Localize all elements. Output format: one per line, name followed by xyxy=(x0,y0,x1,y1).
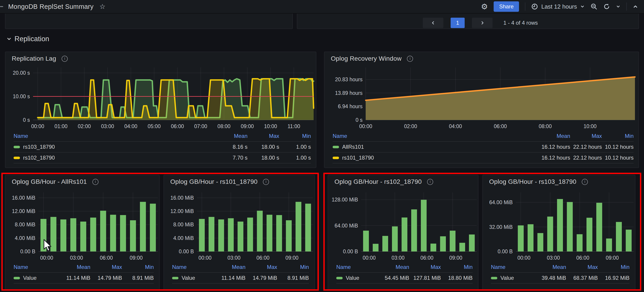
row-replication-toggle[interactable]: Replication xyxy=(6,35,49,43)
oplog-allrs101-chart[interactable]: 00:0003:0006:0009:000.00 B4.00 MiB8.00 M… xyxy=(6,189,159,261)
legend-header-mean[interactable]: Mean xyxy=(216,133,248,139)
series-swatch-icon xyxy=(14,157,20,159)
series-stat-value: 1.00 s xyxy=(279,154,311,161)
legend-row: rs103_187908.16 s18.00 s1.00 s xyxy=(14,142,311,152)
panel-title: Oplog GB/Hour - AllRs101 xyxy=(12,178,87,186)
replication-lag-chart[interactable]: 00:0001:0002:0003:0004:0005:0006:0007:00… xyxy=(6,65,316,130)
svg-text:06:00: 06:00 xyxy=(494,123,507,129)
legend-table: NameMeanMaxMinValue54.45 MiB127.81 MiB18… xyxy=(336,262,472,284)
series-name[interactable]: Value xyxy=(336,275,378,281)
panel-title: Oplog GB/Hour - rs101_18790 xyxy=(170,178,258,186)
grafana-dashboard: MongoDB ReplSet Summary ☆ ⚙ Share Last 1… xyxy=(0,0,644,292)
legend-header-min[interactable]: Min xyxy=(122,264,154,270)
legend-header-max[interactable]: Max xyxy=(409,264,441,270)
chevron-right-icon xyxy=(480,20,484,25)
legend-header-min[interactable]: Min xyxy=(277,264,309,270)
info-icon[interactable]: i xyxy=(62,56,68,62)
series-stat-value: 68.37 MiB xyxy=(566,275,598,281)
legend-header-mean[interactable]: Mean xyxy=(214,264,246,270)
panel-header[interactable]: Oplog GB/Hour - rs101_18790 i xyxy=(164,175,314,188)
legend-header: NameMeanMaxMin xyxy=(333,131,634,142)
series-name[interactable]: Value xyxy=(491,275,534,281)
page-1-button[interactable]: 1 xyxy=(450,18,465,28)
svg-text:10:00: 10:00 xyxy=(584,123,597,129)
svg-text:4.00 MiB: 4.00 MiB xyxy=(173,235,194,241)
legend-header-mean[interactable]: Mean xyxy=(378,264,409,270)
series-stat-value: 54.45 MiB xyxy=(378,275,409,281)
svg-text:06:00: 06:00 xyxy=(420,255,434,261)
menu-dash-icon[interactable] xyxy=(0,6,3,7)
svg-text:12.00 MiB: 12.00 MiB xyxy=(12,208,35,214)
share-button[interactable]: Share xyxy=(494,1,519,12)
panel-header[interactable]: Oplog GB/Hour - AllRs101 i xyxy=(6,175,159,188)
oplog-rs102-chart[interactable]: 00:0003:0006:0009:000.00 B64.00 MiB128.0… xyxy=(328,189,478,261)
svg-text:00:00: 00:00 xyxy=(198,255,212,261)
legend-header-mean[interactable]: Mean xyxy=(534,264,566,270)
panel-header[interactable]: Replication Lag i xyxy=(6,52,316,65)
refresh-icon[interactable] xyxy=(603,3,610,10)
legend-header-name[interactable]: Name xyxy=(14,133,216,139)
legend-header-min[interactable]: Min xyxy=(598,264,630,270)
series-stat-value: 10.12 hours xyxy=(602,144,634,150)
legend-header-name[interactable]: Name xyxy=(172,264,214,270)
oplog-rs103-chart[interactable]: 00:0003:0006:0009:000.00 B32.00 MiB64.00… xyxy=(483,189,635,261)
dashboard-title[interactable]: MongoDB ReplSet Summary xyxy=(8,3,94,10)
svg-text:0 s: 0 s xyxy=(356,117,362,123)
legend-header-min[interactable]: Min xyxy=(279,133,311,139)
panel-oplog-recovery-window: Oplog Recovery Window i 00:0002:0004:000… xyxy=(324,52,639,168)
legend-header-name[interactable]: Name xyxy=(14,264,59,270)
legend-header-name[interactable]: Name xyxy=(333,133,538,139)
legend-header-max[interactable]: Max xyxy=(566,264,598,270)
svg-text:6.94 hours: 6.94 hours xyxy=(338,104,362,109)
time-range-picker[interactable]: Last 12 hours xyxy=(531,3,585,10)
panel-header[interactable]: Oplog GB/Hour - rs103_18790 i xyxy=(483,175,635,188)
series-swatch-icon xyxy=(491,277,497,279)
oplog-recovery-chart[interactable]: 00:0002:0004:0006:0008:0010:000 s6.94 ho… xyxy=(324,65,638,130)
oplog-rs101-chart[interactable]: 00:0003:0006:0009:000.00 B4.00 MiB8.00 M… xyxy=(164,189,314,261)
panel-oplog-rs102: Oplog GB/Hour - rs102_18790 i 00:0003:00… xyxy=(328,175,478,290)
svg-text:00:00: 00:00 xyxy=(359,123,372,129)
info-icon[interactable]: i xyxy=(427,179,433,185)
series-name[interactable]: rs102_18790 xyxy=(14,154,216,161)
series-name[interactable]: Value xyxy=(14,275,59,281)
prev-page-button[interactable] xyxy=(423,18,443,28)
series-name[interactable]: rs103_18790 xyxy=(14,144,216,150)
next-page-button[interactable] xyxy=(472,18,492,28)
legend-header-name[interactable]: Name xyxy=(336,264,378,270)
series-name[interactable]: Value xyxy=(172,275,214,281)
info-icon[interactable]: i xyxy=(407,56,413,62)
info-icon[interactable]: i xyxy=(92,179,98,185)
series-stat-value: 8.91 MiB xyxy=(122,275,154,281)
svg-text:04:00: 04:00 xyxy=(124,123,138,129)
panel-header[interactable]: Oplog Recovery Window i xyxy=(324,52,638,65)
legend-header-max[interactable]: Max xyxy=(570,133,602,139)
svg-text:0.00 B: 0.00 B xyxy=(20,248,36,254)
legend-header-max[interactable]: Max xyxy=(248,133,279,139)
refresh-interval-chevron-icon[interactable] xyxy=(616,4,620,9)
series-stat-value: 8.16 s xyxy=(216,144,248,150)
legend-header-min[interactable]: Min xyxy=(602,133,634,139)
series-name[interactable]: rs101_18790 xyxy=(333,154,538,161)
legend-header-name[interactable]: Name xyxy=(491,264,534,270)
legend-table: NameMeanMaxMinValue11.14 MiB14.79 MiB8.9… xyxy=(172,262,309,284)
svg-text:02:00: 02:00 xyxy=(78,123,91,129)
info-icon[interactable]: i xyxy=(582,179,588,185)
legend-header-min[interactable]: Min xyxy=(441,264,472,270)
svg-text:0.00 B: 0.00 B xyxy=(343,248,358,254)
gear-icon[interactable]: ⚙ xyxy=(481,3,488,10)
legend-header: NameMeanMaxMin xyxy=(336,262,472,273)
zoom-out-icon[interactable] xyxy=(590,3,597,10)
panel-header[interactable]: Oplog GB/Hour - rs102_18790 i xyxy=(328,175,478,188)
star-favorite-icon[interactable]: ☆ xyxy=(100,3,106,10)
series-stat-value: 16.92 MiB xyxy=(598,275,630,281)
info-icon[interactable]: i xyxy=(263,179,269,185)
svg-text:00:00: 00:00 xyxy=(40,255,53,261)
legend-header-max[interactable]: Max xyxy=(90,264,122,270)
collapse-topbar-icon[interactable] xyxy=(633,4,638,9)
legend-header-mean[interactable]: Mean xyxy=(538,133,570,139)
svg-text:32.00 MiB: 32.00 MiB xyxy=(489,224,513,230)
svg-text:0.00 B: 0.00 B xyxy=(498,248,513,254)
legend-header-max[interactable]: Max xyxy=(246,264,277,270)
legend-header-mean[interactable]: Mean xyxy=(59,264,90,270)
series-name[interactable]: AllRs101 xyxy=(333,144,538,150)
